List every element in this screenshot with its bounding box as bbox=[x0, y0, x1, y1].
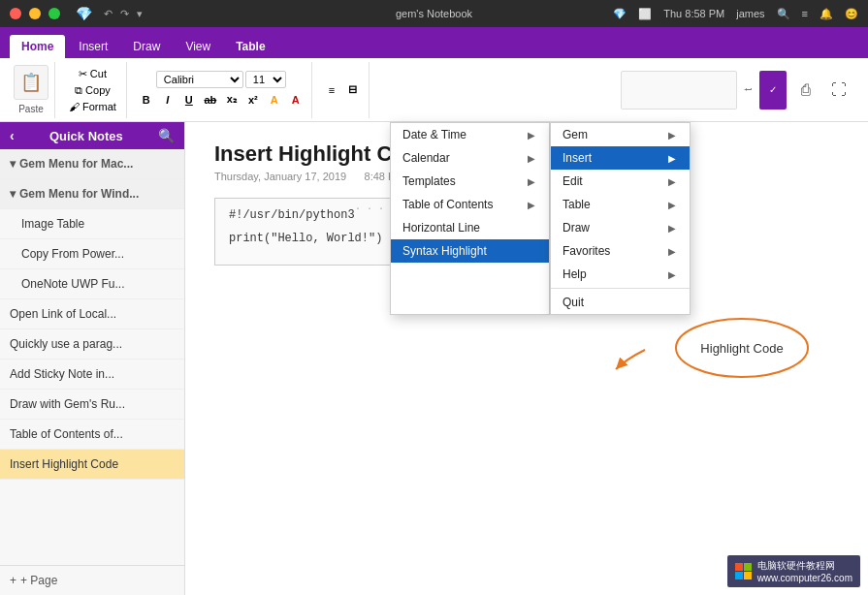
expand-button[interactable]: ⛶ bbox=[825, 77, 852, 104]
style-preview bbox=[621, 71, 737, 110]
sidebar-search-button[interactable]: 🔍 bbox=[158, 128, 175, 143]
collapse-icon-2: ▾ bbox=[10, 187, 16, 201]
collapse-icon: ▾ bbox=[10, 157, 16, 171]
notebook-title: gem's Notebook bbox=[396, 8, 472, 19]
list-row: ≡ ⊟ bbox=[322, 80, 363, 100]
profile-icon[interactable]: 😊 bbox=[845, 8, 858, 20]
tab-insert[interactable]: Insert bbox=[67, 35, 119, 58]
clipboard-group: ✂ Cut ⧉ Copy 🖌 Format bbox=[59, 62, 127, 118]
gem-menu-favorites[interactable]: Favorites ▶ bbox=[551, 239, 690, 263]
tab-view[interactable]: View bbox=[174, 35, 222, 58]
menu-item-calendar[interactable]: Calendar ▶ bbox=[391, 146, 549, 170]
gem-arrow-4: ▶ bbox=[668, 223, 676, 234]
sidebar-item-draw-gem[interactable]: Draw with Gem's Ru... bbox=[0, 390, 184, 420]
gem-arrow-1: ▶ bbox=[668, 153, 676, 164]
sidebar-item-toc[interactable]: Table of Contents of... bbox=[0, 420, 184, 450]
gem-menu-quit[interactable]: Quit bbox=[551, 291, 690, 314]
scissors-icon: ✂ bbox=[79, 68, 87, 80]
gem-menu-table[interactable]: Table ▶ bbox=[551, 193, 690, 216]
sidebar-item-open-link[interactable]: Open Link of Local... bbox=[0, 299, 184, 329]
font-size-select[interactable]: 11 bbox=[245, 71, 286, 88]
copy-button[interactable]: ⧉ Copy bbox=[71, 83, 114, 98]
window-controls: 💎 ↶ ↷ ▾ bbox=[10, 6, 143, 21]
tab-draw[interactable]: Draw bbox=[121, 35, 172, 58]
maximize-button[interactable] bbox=[48, 8, 60, 19]
numbering-button[interactable]: ⊟ bbox=[343, 80, 363, 100]
gem-badge: 💎 bbox=[613, 8, 627, 20]
menu-item-syntax-highlight[interactable]: Syntax Highlight bbox=[391, 239, 549, 263]
paste-group: 📋 Paste bbox=[8, 62, 55, 118]
gem-menu-help[interactable]: Help ▶ bbox=[551, 263, 690, 286]
sidebar-item-gem-mac[interactable]: ▾ Gem Menu for Mac... bbox=[0, 149, 184, 179]
watermark-text: 电脑软硬件教程网 www.computer26.com bbox=[757, 559, 852, 583]
callout-container: Highlight Code bbox=[606, 311, 820, 391]
strikethrough-button[interactable]: ab bbox=[201, 90, 220, 110]
share-button[interactable]: ⎙ bbox=[792, 77, 820, 104]
bold-button[interactable]: B bbox=[137, 90, 156, 110]
paragraph-group: ≡ ⊟ bbox=[316, 62, 370, 118]
sidebar-header: ‹ Quick Notes 🔍 bbox=[0, 122, 184, 149]
cut-button[interactable]: ✂ Cut bbox=[75, 67, 111, 81]
sidebar-item-quick-para[interactable]: Quickly use a parag... bbox=[0, 329, 184, 360]
close-button[interactable] bbox=[10, 8, 21, 19]
font-family-select[interactable]: Calibri bbox=[156, 71, 243, 88]
menu-item-templates[interactable]: Templates ▶ bbox=[391, 170, 549, 193]
menu-icon[interactable]: ≡ bbox=[802, 8, 808, 19]
code-line-3: print("Hello, World!") bbox=[229, 232, 394, 245]
callout-svg: Highlight Code bbox=[606, 311, 820, 389]
sidebar-title: Quick Notes bbox=[49, 129, 123, 143]
font-color-button[interactable]: A bbox=[286, 90, 305, 110]
datetime: Thu 8:58 PM bbox=[663, 8, 724, 19]
italic-button[interactable]: I bbox=[158, 90, 177, 110]
sidebar-item-copy-power[interactable]: Copy From Power... bbox=[0, 239, 184, 269]
underline-button[interactable]: U bbox=[179, 90, 199, 110]
sidebar: ‹ Quick Notes 🔍 ▾ Gem Menu for Mac... ▾ … bbox=[0, 122, 185, 595]
superscript-button[interactable]: x² bbox=[243, 90, 263, 110]
titlebar: 💎 ↶ ↷ ▾ gem's Notebook 💎 ⬜ Thu 8:58 PM j… bbox=[0, 0, 868, 27]
menu-item-datetime[interactable]: Date & Time ▶ bbox=[391, 123, 549, 146]
add-page-button[interactable]: + + Page bbox=[0, 565, 184, 595]
tab-table[interactable]: Table bbox=[224, 35, 276, 58]
gem-menu-insert[interactable]: Insert ▶ bbox=[551, 146, 690, 170]
bullets-button[interactable]: ≡ bbox=[322, 80, 341, 100]
highlight-button[interactable]: A bbox=[265, 90, 284, 110]
sidebar-item-highlight-code[interactable]: Insert Highlight Code bbox=[0, 450, 184, 480]
paste-label: Paste bbox=[18, 104, 44, 114]
redo-button[interactable]: ↷ bbox=[120, 8, 129, 20]
notification-icon[interactable]: 🔔 bbox=[820, 8, 833, 20]
arrow-icon-4: ▶ bbox=[528, 200, 535, 210]
gem-menu-edit[interactable]: Edit ▶ bbox=[551, 170, 690, 193]
format-row: B I U ab x₂ x² A A bbox=[137, 90, 305, 110]
code-block[interactable]: · · · ⊞ #!/usr/bin/python3 print("Hello,… bbox=[214, 198, 408, 266]
undo-button[interactable]: ↶ bbox=[104, 8, 113, 20]
gem-arrow-2: ▶ bbox=[668, 176, 676, 187]
subscript-button[interactable]: x₂ bbox=[222, 90, 241, 110]
sidebar-back-button[interactable]: ‹ bbox=[10, 128, 15, 143]
menu-separator bbox=[551, 288, 690, 289]
gem-icon: 💎 bbox=[76, 6, 92, 21]
dropdown-container: Date & Time ▶ Calendar ▶ Templates ▶ Tab… bbox=[390, 122, 691, 315]
sidebar-item-image-table[interactable]: Image Table bbox=[0, 209, 184, 239]
gem-arrow-0: ▶ bbox=[668, 130, 676, 141]
menu-item-toc[interactable]: Table of Contents ▶ bbox=[391, 193, 549, 216]
sidebar-item-gem-win[interactable]: ▾ Gem Menu for Wind... bbox=[0, 179, 184, 209]
paste-button[interactable]: 📋 bbox=[14, 65, 48, 100]
sidebar-item-onenote-uwp[interactable]: OneNote UWP Fu... bbox=[0, 269, 184, 299]
copy-icon: ⧉ bbox=[75, 84, 82, 97]
search-icon[interactable]: 🔍 bbox=[777, 8, 790, 20]
ribbon-toolbar: 📋 Paste ✂ Cut ⧉ Copy 🖌 Format Calibri 11… bbox=[0, 58, 868, 122]
tab-home[interactable]: Home bbox=[10, 35, 65, 58]
gem-menu-draw[interactable]: Draw ▶ bbox=[551, 216, 690, 239]
sidebar-item-add-sticky[interactable]: Add Sticky Note in... bbox=[0, 360, 184, 390]
format-button[interactable]: 🖌 Format bbox=[65, 100, 120, 113]
font-group: Calibri 11 B I U ab x₂ x² A A bbox=[131, 62, 312, 118]
minimize-button[interactable] bbox=[29, 8, 41, 19]
arrow-icon-3: ▶ bbox=[528, 176, 535, 187]
more-button[interactable]: ▾ bbox=[137, 8, 143, 20]
sidebar-items: ▾ Gem Menu for Mac... ▾ Gem Menu for Win… bbox=[0, 149, 184, 565]
menu-item-horizontal-line[interactable]: Horizontal Line bbox=[391, 216, 549, 239]
plus-icon: + bbox=[10, 574, 16, 587]
arrow-icon: ▶ bbox=[528, 130, 535, 141]
gem-menu-gem[interactable]: Gem ▶ bbox=[551, 123, 690, 146]
todo-button[interactable]: ✓ bbox=[759, 71, 787, 110]
